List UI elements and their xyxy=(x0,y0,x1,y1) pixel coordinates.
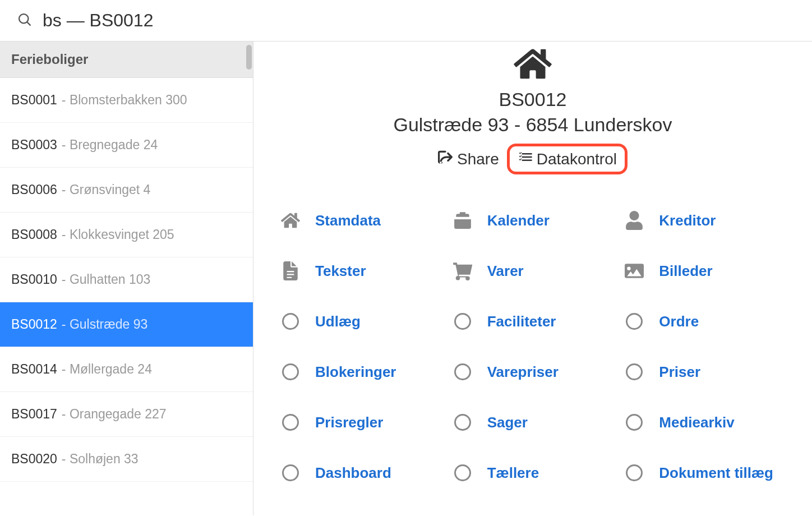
search-input[interactable]: bs — BS0012 xyxy=(43,10,153,31)
nav-item[interactable]: Varer xyxy=(453,261,613,281)
share-label: Share xyxy=(457,150,499,168)
home-icon xyxy=(280,210,301,231)
nav-grid: StamdataKalenderKreditorTeksterVarerBill… xyxy=(280,210,785,483)
sidebar-item-code: BS0020 xyxy=(11,452,57,467)
nav-item[interactable]: Blokeringer xyxy=(280,362,441,382)
sidebar-item-name: - Solhøjen 33 xyxy=(62,452,139,467)
nav-item-label: Stamdata xyxy=(315,212,381,229)
nav-item-label: Billeder xyxy=(659,262,712,280)
nav-item[interactable]: Dashboard xyxy=(280,463,441,483)
nav-item[interactable]: Tekster xyxy=(280,261,441,281)
sidebar-item[interactable]: BS0014- Møllergade 24 xyxy=(0,347,253,392)
nav-item-label: Tællere xyxy=(487,464,539,482)
sidebar-item-code: BS0003 xyxy=(11,137,57,153)
house-icon xyxy=(513,47,552,83)
nav-item[interactable]: Tællere xyxy=(453,463,613,483)
nav-item[interactable]: Stamdata xyxy=(280,210,441,231)
datakontrol-label: Datakontrol xyxy=(537,150,617,168)
nav-item[interactable]: Mediearkiv xyxy=(624,412,785,432)
nav-item[interactable]: Priser xyxy=(624,362,785,382)
sidebar-item[interactable]: BS0020- Solhøjen 33 xyxy=(0,437,253,482)
circle-icon xyxy=(624,412,644,432)
circle-icon xyxy=(280,463,301,483)
circle-icon xyxy=(624,362,644,382)
sidebar-item-code: BS0006 xyxy=(11,182,57,197)
sidebar-item-name: - Gulhatten 103 xyxy=(62,272,151,287)
main-panel: BS0012 Gulstræde 93 - 6854 Lunderskov Sh… xyxy=(253,42,812,515)
sidebar-item[interactable]: BS0001- Blomsterbakken 300 xyxy=(0,78,253,123)
property-code: BS0012 xyxy=(499,89,566,110)
circle-icon xyxy=(453,412,473,432)
nav-item-label: Prisregler xyxy=(315,414,383,431)
sidebar-item[interactable]: BS0012- Gulstræde 93 xyxy=(0,302,253,347)
nav-item-label: Ordre xyxy=(659,313,699,330)
sidebar-item-name: - Bregnegade 24 xyxy=(62,137,158,153)
nav-item[interactable]: Kreditor xyxy=(624,210,785,231)
circle-icon xyxy=(453,463,473,483)
svg-point-0 xyxy=(19,14,28,23)
circle-icon xyxy=(280,311,301,331)
nav-item-label: Kreditor xyxy=(659,212,716,229)
circle-icon xyxy=(453,311,473,331)
sidebar-item[interactable]: BS0006- Grønsvinget 4 xyxy=(0,168,253,213)
nav-item[interactable]: Udlæg xyxy=(280,311,441,331)
sidebar-item-name: - Gulstræde 93 xyxy=(62,317,147,332)
nav-item-label: Faciliteter xyxy=(487,313,556,330)
user-icon xyxy=(624,210,644,231)
sidebar-item[interactable]: BS0003- Bregnegade 24 xyxy=(0,123,253,168)
sidebar-item-name: - Møllergade 24 xyxy=(62,362,152,377)
cart-icon xyxy=(453,261,473,281)
nav-item[interactable]: Prisregler xyxy=(280,412,441,432)
sidebar-item-name: - Blomsterbakken 300 xyxy=(62,93,187,108)
nav-item-label: Priser xyxy=(659,363,700,381)
circle-icon xyxy=(280,412,301,432)
scrollbar-thumb[interactable] xyxy=(246,45,252,70)
nav-item-label: Udlæg xyxy=(315,313,361,330)
sidebar: Ferieboliger BS0001- Blomsterbakken 300B… xyxy=(0,42,253,515)
nav-item-label: Kalender xyxy=(487,212,550,229)
nav-item-label: Dashboard xyxy=(315,464,391,482)
share-button[interactable]: Share xyxy=(438,150,499,168)
sidebar-item-code: BS0017 xyxy=(11,407,57,422)
nav-item[interactable]: Billeder xyxy=(624,261,785,281)
sidebar-item-code: BS0008 xyxy=(11,227,57,242)
svg-line-1 xyxy=(27,22,30,25)
sidebar-item-code: BS0001 xyxy=(11,93,57,108)
sidebar-item[interactable]: BS0010- Gulhatten 103 xyxy=(0,257,253,302)
sidebar-item[interactable]: BS0017- Orangegade 227 xyxy=(0,392,253,437)
calendar-icon xyxy=(453,210,473,231)
datakontrol-button[interactable]: Datakontrol xyxy=(507,144,628,174)
nav-item[interactable]: Faciliteter xyxy=(453,311,613,331)
search-icon[interactable] xyxy=(17,12,43,30)
nav-item-label: Varepriser xyxy=(487,363,559,381)
sidebar-item[interactable]: BS0008- Klokkesvinget 205 xyxy=(0,213,253,257)
circle-icon xyxy=(624,463,644,483)
share-icon xyxy=(438,150,453,168)
circle-icon xyxy=(624,311,644,331)
nav-item[interactable]: Sager xyxy=(453,412,613,432)
nav-item-label: Tekster xyxy=(315,262,366,280)
nav-item[interactable]: Ordre xyxy=(624,311,785,331)
nav-item[interactable]: Kalender xyxy=(453,210,613,231)
sidebar-item-code: BS0014 xyxy=(11,362,57,377)
document-icon xyxy=(280,261,301,281)
search-bar: bs — BS0012 xyxy=(0,0,812,42)
sidebar-item-name: - Klokkesvinget 205 xyxy=(62,227,174,242)
image-icon xyxy=(624,261,644,281)
checklist-icon xyxy=(518,150,532,168)
nav-item-label: Sager xyxy=(487,414,528,431)
nav-item-label: Mediearkiv xyxy=(659,414,734,431)
nav-item-label: Blokeringer xyxy=(315,363,396,381)
sidebar-header: Ferieboliger xyxy=(0,42,253,78)
sidebar-item-code: BS0012 xyxy=(11,317,57,332)
nav-item[interactable]: Dokument tillæg xyxy=(624,463,785,483)
sidebar-item-name: - Orangegade 227 xyxy=(62,407,167,422)
nav-item-label: Dokument tillæg xyxy=(659,464,773,482)
nav-item-label: Varer xyxy=(487,262,524,280)
nav-item[interactable]: Varepriser xyxy=(453,362,613,382)
circle-icon xyxy=(453,362,473,382)
sidebar-item-code: BS0010 xyxy=(11,272,57,287)
sidebar-item-name: - Grønsvinget 4 xyxy=(62,182,151,197)
property-address: Gulstræde 93 - 6854 Lunderskov xyxy=(393,114,672,136)
circle-icon xyxy=(280,362,301,382)
